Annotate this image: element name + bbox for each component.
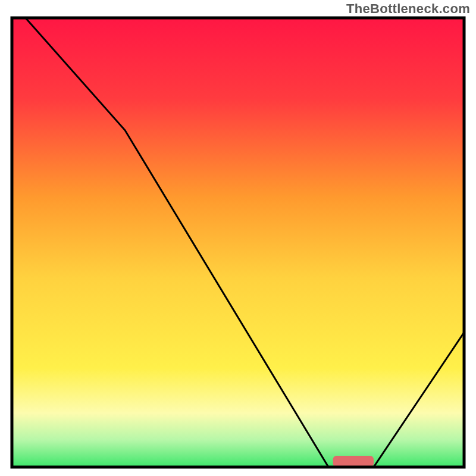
gradient-background	[12, 18, 464, 467]
chart-container: { "watermark": "TheBottleneck.com", "cha…	[0, 0, 476, 476]
watermark-text: TheBottleneck.com	[346, 1, 470, 17]
optimal-marker	[333, 456, 374, 467]
plot-area	[12, 18, 464, 467]
bottleneck-chart	[0, 0, 476, 476]
